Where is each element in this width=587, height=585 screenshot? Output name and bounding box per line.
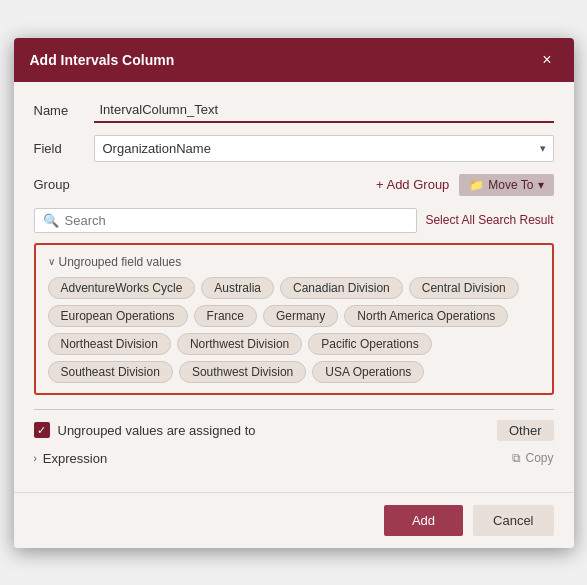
checkmark-icon: ✓ (37, 424, 46, 437)
dialog-body: Name Field OrganizationName ▾ Group + Ad… (14, 82, 574, 492)
ungrouped-header-label: Ungrouped field values (59, 255, 182, 269)
move-to-label: Move To (488, 178, 533, 192)
search-icon: 🔍 (43, 213, 59, 228)
search-row: 🔍 Select All Search Result (34, 208, 554, 233)
assign-label: Ungrouped values are assigned to (58, 423, 256, 438)
tag-item[interactable]: USA Operations (312, 361, 424, 383)
assign-value: Other (497, 420, 554, 441)
dialog-header: Add Intervals Column × (14, 38, 574, 82)
tags-container: AdventureWorks CycleAustraliaCanadian Di… (48, 277, 540, 383)
tag-item[interactable]: Germany (263, 305, 338, 327)
move-folder-icon: 📁 (469, 178, 484, 192)
name-input[interactable] (94, 98, 554, 123)
dialog-title: Add Intervals Column (30, 52, 175, 68)
expression-row: › Expression ⧉ Copy (34, 451, 554, 466)
field-row: Field OrganizationName ▾ (34, 135, 554, 162)
tag-item[interactable]: Pacific Operations (308, 333, 431, 355)
group-row: Group + Add Group 📁 Move To ▾ (34, 174, 554, 196)
close-button[interactable]: × (536, 50, 557, 70)
ungrouped-chevron-icon: ∨ (48, 256, 55, 267)
field-select[interactable]: OrganizationName (94, 135, 554, 162)
tag-item[interactable]: North America Operations (344, 305, 508, 327)
field-label: Field (34, 141, 94, 156)
search-input[interactable] (65, 213, 409, 228)
group-label: Group (34, 177, 94, 192)
assign-row: ✓ Ungrouped values are assigned to Other (34, 420, 554, 441)
expression-expand-icon[interactable]: › (34, 453, 37, 464)
add-intervals-dialog: Add Intervals Column × Name Field Organi… (14, 38, 574, 548)
expression-left: › Expression (34, 451, 108, 466)
tag-item[interactable]: Southwest Division (179, 361, 306, 383)
copy-button[interactable]: ⧉ Copy (512, 451, 553, 465)
ungrouped-container: ∨ Ungrouped field values AdventureWorks … (34, 243, 554, 395)
tag-item[interactable]: Australia (201, 277, 274, 299)
tag-item[interactable]: AdventureWorks Cycle (48, 277, 196, 299)
copy-icon: ⧉ (512, 451, 521, 465)
tag-item[interactable]: France (194, 305, 257, 327)
tag-item[interactable]: European Operations (48, 305, 188, 327)
select-all-button[interactable]: Select All Search Result (425, 213, 553, 227)
move-to-chevron-icon: ▾ (538, 178, 544, 192)
group-actions: + Add Group 📁 Move To ▾ (94, 174, 554, 196)
add-button[interactable]: Add (384, 505, 463, 536)
add-group-button[interactable]: + Add Group (376, 177, 449, 192)
field-select-container: OrganizationName ▾ (94, 135, 554, 162)
search-container: 🔍 (34, 208, 418, 233)
tag-item[interactable]: Central Division (409, 277, 519, 299)
checkbox-container: ✓ Ungrouped values are assigned to (34, 422, 487, 438)
tag-item[interactable]: Southeast Division (48, 361, 173, 383)
dialog-footer: Add Cancel (14, 492, 574, 548)
tag-item[interactable]: Canadian Division (280, 277, 403, 299)
name-row: Name (34, 98, 554, 123)
tag-item[interactable]: Northwest Division (177, 333, 302, 355)
assign-checkbox[interactable]: ✓ (34, 422, 50, 438)
name-label: Name (34, 103, 94, 118)
move-to-button[interactable]: 📁 Move To ▾ (459, 174, 553, 196)
tag-item[interactable]: Northeast Division (48, 333, 171, 355)
divider (34, 409, 554, 410)
copy-label: Copy (525, 451, 553, 465)
cancel-button[interactable]: Cancel (473, 505, 553, 536)
ungrouped-header: ∨ Ungrouped field values (48, 255, 540, 269)
expression-label: Expression (43, 451, 107, 466)
